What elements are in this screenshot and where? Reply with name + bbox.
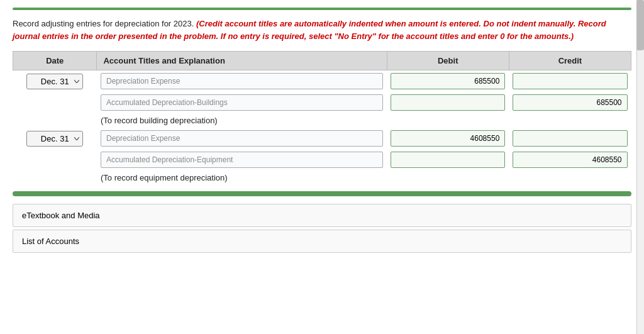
entry2-row1: Dec. 31 bbox=[13, 128, 631, 149]
entry1-date-select[interactable]: Dec. 31 bbox=[26, 74, 83, 89]
etextbook-button[interactable]: eTextbook and Media bbox=[13, 204, 631, 227]
list-of-accounts-button[interactable]: List of Accounts bbox=[13, 230, 631, 253]
entry2-date-select[interactable]: Dec. 31 bbox=[26, 131, 83, 147]
scrollbar-track bbox=[636, 0, 644, 334]
journal-table: Date Account Titles and Explanation Debi… bbox=[13, 51, 631, 185]
instructions-main: Record adjusting entries for depreciatio… bbox=[13, 19, 194, 28]
entry1-credit1-input[interactable] bbox=[513, 73, 627, 89]
header-account: Account Titles and Explanation bbox=[97, 52, 387, 70]
header-credit: Credit bbox=[509, 52, 631, 70]
entry2-row2 bbox=[13, 149, 631, 170]
horizontal-divider-bar bbox=[13, 191, 631, 196]
entry1-row2 bbox=[13, 92, 631, 113]
entry2-credit2-input[interactable] bbox=[513, 152, 627, 168]
entry2-account2-input[interactable] bbox=[101, 152, 383, 168]
entry1-note-row: (To record building depreciation) bbox=[13, 113, 631, 128]
entry2-debit1-input[interactable] bbox=[391, 130, 505, 147]
entry1-row1: Dec. 31 bbox=[13, 70, 631, 92]
entry2-account1-input[interactable] bbox=[101, 130, 383, 147]
entry2-debit2-input[interactable] bbox=[391, 152, 505, 168]
bottom-buttons: eTextbook and Media List of Accounts bbox=[13, 204, 631, 253]
entry1-debit2-input[interactable] bbox=[391, 94, 505, 111]
entry1-account2-input[interactable] bbox=[101, 94, 383, 111]
entry2-credit1-input[interactable] bbox=[513, 130, 627, 147]
entry1-note: (To record building depreciation) bbox=[101, 116, 218, 125]
entry2-note: (To record equipment depreciation) bbox=[101, 173, 228, 182]
header-date: Date bbox=[13, 52, 97, 70]
header-debit: Debit bbox=[387, 52, 509, 70]
entry1-credit2-input[interactable] bbox=[513, 94, 627, 111]
instructions: Record adjusting entries for depreciatio… bbox=[13, 18, 631, 42]
scrollbar-thumb[interactable] bbox=[636, 0, 644, 50]
entry2-note-row: (To record equipment depreciation) bbox=[13, 170, 631, 185]
entry1-account1-input[interactable] bbox=[101, 73, 383, 89]
top-green-bar bbox=[13, 8, 631, 10]
entry1-debit1-input[interactable] bbox=[391, 73, 505, 89]
